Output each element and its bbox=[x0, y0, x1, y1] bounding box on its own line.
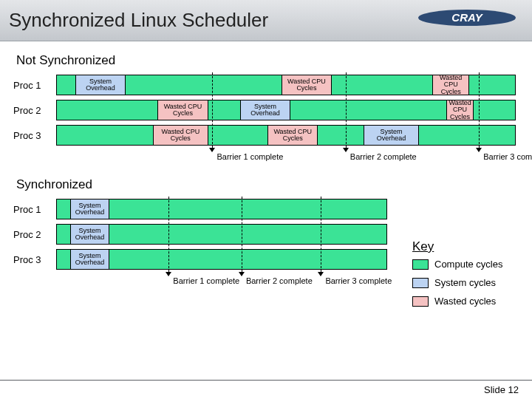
arrowhead-icon bbox=[476, 148, 482, 152]
segment-system-overhead: System Overhead bbox=[364, 126, 418, 145]
barrier-label: Barrier 1 complete bbox=[173, 276, 239, 285]
segment-wasted-cpu: Wasted CPU Cycles bbox=[267, 126, 318, 145]
swatch-system bbox=[412, 278, 429, 288]
swatch-compute bbox=[412, 259, 429, 270]
slide-content: Not Synchronized Proc 1 System OverheadW… bbox=[0, 41, 532, 374]
heading-synchronized: Synchronized bbox=[16, 177, 519, 192]
timeline-not-synchronized: Proc 1 System OverheadWasted CPU CyclesW… bbox=[13, 72, 519, 167]
footer-bar: Slide 12 bbox=[0, 380, 532, 399]
proc-label: Proc 3 bbox=[13, 130, 56, 141]
barrier-line bbox=[479, 72, 480, 148]
legend-entry-compute: Compute cycles bbox=[412, 259, 516, 270]
proc-row: Proc 3 Wasted CPU CyclesWasted CPU Cycle… bbox=[13, 123, 519, 148]
arrowhead-icon bbox=[318, 272, 324, 276]
barrier-label: Barrier 1 complete bbox=[216, 152, 283, 161]
segment-system-overhead: System Overhead bbox=[70, 200, 110, 219]
cray-logo: CRAY bbox=[415, 4, 519, 31]
header-bar: Synchronized Linux Scheduler CRAY bbox=[0, 0, 532, 41]
swatch-wasted bbox=[412, 296, 429, 307]
proc-row: Proc 1 System OverheadWasted CPU CyclesW… bbox=[13, 72, 519, 98]
legend-label: Wasted cycles bbox=[434, 296, 496, 307]
segment-wasted-cpu: Wasted CPU Cycles bbox=[153, 126, 208, 145]
arrowhead-icon bbox=[209, 148, 215, 152]
proc-row: Proc 2 System Overhead bbox=[13, 222, 390, 247]
bar-track: System Overhead bbox=[56, 224, 387, 245]
segment-system-overhead: System Overhead bbox=[75, 75, 126, 95]
legend-label: System cycles bbox=[434, 277, 496, 288]
segment-wasted-cpu: Wasted CPU Cycles bbox=[282, 75, 332, 95]
slide-number: Slide 12 bbox=[484, 384, 519, 395]
bar-track: Wasted CPU CyclesWasted CPU CyclesSystem… bbox=[56, 125, 516, 146]
proc-row: Proc 1 System Overhead bbox=[13, 197, 390, 222]
barrier-label-row: Barrier 1 completeBarrier 2 completeBarr… bbox=[56, 272, 387, 291]
arrowhead-icon bbox=[166, 272, 171, 276]
barrier-line bbox=[242, 197, 242, 272]
bar-track: System OverheadWasted CPU CyclesWasted C… bbox=[56, 75, 516, 95]
heading-not-synchronized: Not Synchronized bbox=[16, 53, 519, 68]
legend-box: Key Compute cycles System cycles Wasted … bbox=[412, 239, 516, 314]
barrier-line bbox=[321, 197, 321, 272]
bar-track: System Overhead bbox=[56, 199, 387, 219]
svg-text:CRAY: CRAY bbox=[451, 11, 483, 24]
proc-label: Proc 2 bbox=[13, 229, 56, 240]
legend-entry-system: System cycles bbox=[412, 277, 516, 288]
barrier-line bbox=[346, 72, 347, 148]
legend-entry-wasted: Wasted cycles bbox=[412, 296, 516, 307]
timeline-synchronized: Proc 1 System Overhead Proc 2 System Ove… bbox=[13, 197, 390, 291]
arrowhead-icon bbox=[239, 272, 245, 276]
barrier-label: Barrier 3 complete bbox=[483, 152, 532, 161]
bar-track: System Overhead bbox=[56, 249, 387, 270]
barrier-label: Barrier 2 complete bbox=[350, 152, 417, 161]
segment-system-overhead: System Overhead bbox=[240, 100, 290, 120]
barrier-label-row: Barrier 1 completeBarrier 2 completeBarr… bbox=[56, 148, 516, 167]
legend-label: Compute cycles bbox=[434, 259, 502, 270]
proc-row: Proc 2 Wasted CPU CyclesSystem OverheadW… bbox=[13, 98, 519, 123]
bar-track: Wasted CPU CyclesSystem OverheadWasted C… bbox=[56, 100, 516, 120]
page-title: Synchronized Linux Scheduler bbox=[9, 9, 268, 32]
segment-wasted-cpu: Wasted CPU Cycles bbox=[432, 75, 469, 95]
proc-row: Proc 3 System Overhead bbox=[13, 247, 390, 272]
proc-label: Proc 1 bbox=[13, 80, 56, 91]
segment-system-overhead: System Overhead bbox=[70, 225, 110, 244]
segment-system-overhead: System Overhead bbox=[70, 250, 110, 269]
barrier-label: Barrier 3 complete bbox=[325, 276, 392, 285]
segment-wasted-cpu: Wasted CPU Cycles bbox=[446, 100, 474, 120]
proc-label: Proc 3 bbox=[13, 254, 56, 265]
proc-label: Proc 2 bbox=[13, 105, 56, 116]
segment-wasted-cpu: Wasted CPU Cycles bbox=[157, 100, 208, 120]
arrowhead-icon bbox=[343, 148, 349, 152]
barrier-label: Barrier 2 complete bbox=[246, 276, 313, 285]
proc-label: Proc 1 bbox=[13, 204, 56, 215]
legend-title: Key bbox=[412, 239, 516, 254]
barrier-line bbox=[212, 72, 213, 148]
barrier-line bbox=[168, 197, 169, 272]
